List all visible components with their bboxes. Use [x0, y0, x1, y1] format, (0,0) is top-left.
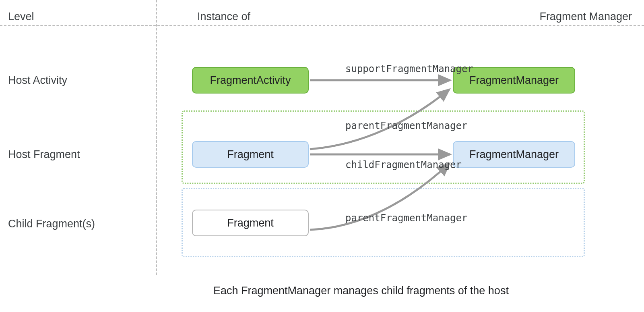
header-row: Level Instance of Fragment Manager [0, 7, 644, 26]
header-fragment-manager: Fragment Manager [539, 10, 632, 23]
header-divider [0, 25, 644, 26]
level-host-fragment: Host Fragment [8, 148, 80, 161]
box-child-fragment: Fragment [192, 210, 309, 236]
edge-label-child-fm: childFragmentManager [345, 159, 462, 171]
diagram-caption: Each FragmentManager manages child fragm… [213, 285, 509, 297]
level-child-fragments: Child Fragment(s) [8, 218, 95, 230]
box-fragment-manager-fragment: FragmentManager [453, 141, 575, 168]
box-fragment: Fragment [192, 141, 309, 168]
header-level: Level [8, 10, 34, 23]
box-fragment-activity: FragmentActivity [192, 67, 309, 94]
column-divider [156, 0, 157, 275]
edge-label-parent-fm-1: parentFragmentManager [345, 120, 467, 131]
header-instance-of: Instance of [197, 10, 250, 23]
level-host-activity: Host Activity [8, 74, 67, 87]
edge-label-parent-fm-2: parentFragmentManager [345, 212, 467, 224]
edge-label-support-fm: supportFragmentManager [345, 63, 473, 75]
